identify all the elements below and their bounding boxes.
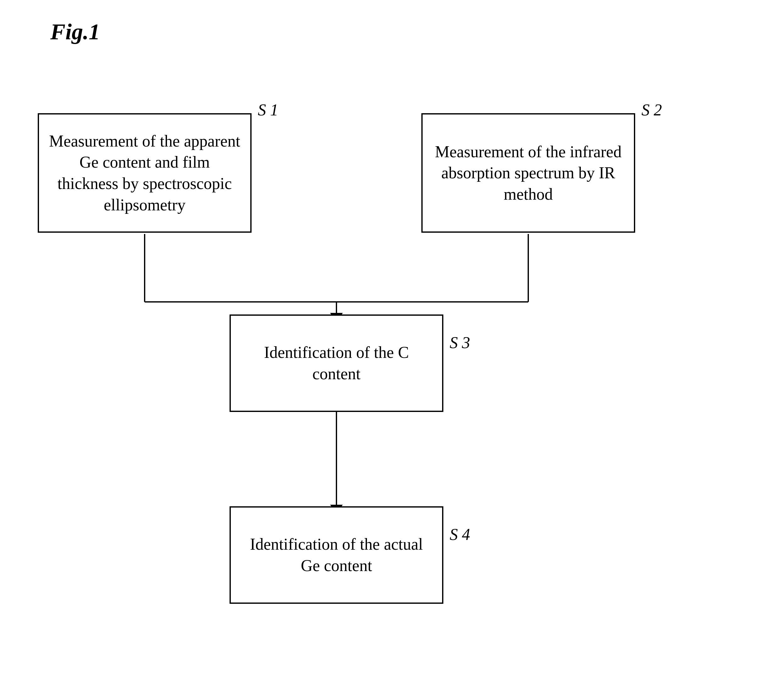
step-s4-box: Identification of the actual Ge content xyxy=(229,506,443,604)
step-s3-box: Identification of the C content xyxy=(229,314,443,412)
diagram-container: Measurement of the apparent Ge content a… xyxy=(19,69,742,683)
step-s2-box: Measurement of the infrared absorption s… xyxy=(421,113,635,233)
step-s1-label: S 1 xyxy=(258,101,278,119)
step-s2-text: Measurement of the infrared absorption s… xyxy=(432,141,624,205)
step-s3-text: Identification of the C content xyxy=(240,342,433,384)
step-s4-text: Identification of the actual Ge content xyxy=(240,534,433,576)
step-s3-label: S 3 xyxy=(449,333,470,352)
figure-title: Fig.1 xyxy=(50,19,100,45)
step-s1-box: Measurement of the apparent Ge content a… xyxy=(38,113,251,233)
step-s1-text: Measurement of the apparent Ge content a… xyxy=(48,131,241,216)
step-s4-label: S 4 xyxy=(449,525,470,544)
step-s2-label: S 2 xyxy=(641,101,662,119)
